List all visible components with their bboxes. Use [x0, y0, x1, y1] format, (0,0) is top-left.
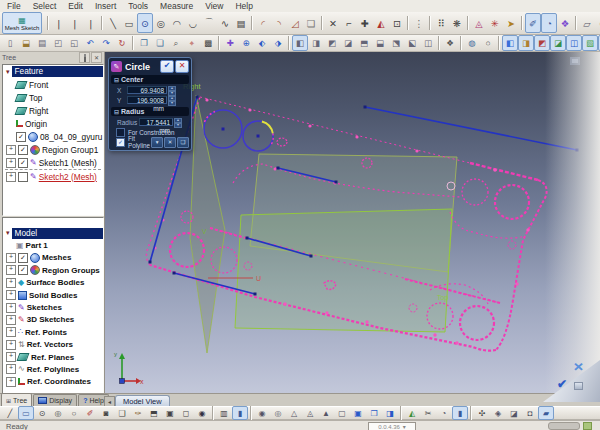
extend-tool-icon[interactable]: ⌐ [341, 13, 357, 33]
cube-mode-2-icon[interactable]: ❒ [366, 406, 382, 420]
fit-delete-button[interactable]: ✕ [164, 137, 176, 148]
collapse-icon[interactable]: ⊟ [114, 76, 119, 83]
split-view-3-icon[interactable]: ❘ [83, 13, 99, 33]
fit-preview-button[interactable]: ❏ [177, 137, 189, 148]
auto-sketch-tool-icon[interactable]: ◬ [471, 13, 487, 33]
expander-icon[interactable]: + [6, 340, 16, 350]
stamp-select-icon[interactable]: ✑ [130, 406, 146, 420]
new-file-icon[interactable]: ▯ [2, 35, 18, 51]
sphere-mode-icon[interactable]: ◉ [254, 406, 270, 420]
for-construction-checkbox[interactable] [116, 128, 125, 137]
strip-select-icon[interactable]: ▥ [216, 406, 232, 420]
tree-item-3d-sketches[interactable]: +✎3D Sketches [3, 314, 103, 326]
offset-tool-icon[interactable]: ❏ [303, 13, 319, 33]
arc-mode-icon[interactable]: ◔ [436, 406, 452, 420]
menu-help[interactable]: Help [233, 1, 254, 11]
brush-select-icon[interactable]: ✐ [82, 406, 98, 420]
visibility-checkbox[interactable]: ✓ [18, 158, 28, 168]
mirror-tool-icon[interactable]: ◭ [373, 13, 389, 33]
menu-edit[interactable]: Edit [66, 1, 85, 11]
expander-icon[interactable]: + [6, 303, 16, 313]
menu-insert[interactable]: Insert [93, 1, 118, 11]
region-display-toggle-icon[interactable]: ◨ [518, 35, 534, 51]
collapse-icon[interactable]: ⊟ [114, 108, 119, 115]
tree-item-ref-points[interactable]: +∴Ref. Points [3, 326, 103, 338]
point-display-toggle-icon[interactable]: ▧ [582, 35, 598, 51]
pin-icon[interactable] [79, 52, 90, 63]
expand-arrow-icon[interactable]: ▾ [6, 229, 10, 237]
slot-tool-icon[interactable]: ▤ [233, 13, 249, 33]
expander-icon[interactable]: + [6, 278, 16, 288]
split-view-2-icon[interactable]: ❘ [67, 13, 83, 33]
expander-icon[interactable]: + [6, 364, 16, 374]
mesh-sketch-button[interactable]: ▦ Mesh Sketch [2, 12, 42, 34]
tree-item-ref-planes[interactable]: +Ref. Planes [3, 351, 103, 363]
iso-view-icon[interactable]: ◧ [292, 35, 308, 51]
trim-tool-icon[interactable]: ✕ [325, 13, 341, 33]
spline-tool-icon[interactable]: ∿ [217, 13, 233, 33]
dimetric-view-icon[interactable]: ◫ [420, 35, 436, 51]
extend-selection-icon[interactable]: ▮ [232, 406, 248, 420]
cone-mode-icon[interactable]: △ [286, 406, 302, 420]
tab-tree[interactable]: ⊞Tree [1, 393, 32, 406]
mesh-mode-icon[interactable]: ◭ [404, 406, 420, 420]
circle-tool-icon[interactable]: ⊙ [137, 13, 153, 33]
save-file-icon[interactable]: ▤ [34, 35, 50, 51]
selection-filter-icon[interactable]: ▮ [452, 406, 468, 420]
fitted-circles[interactable] [204, 110, 273, 151]
surface-display-toggle-icon[interactable]: ◩ [534, 35, 550, 51]
lasso-select-icon[interactable]: ◎ [50, 406, 66, 420]
paint-select-icon[interactable]: ○ [66, 406, 82, 420]
visibility-checkbox[interactable]: ✓ [18, 145, 28, 155]
scissors-tool-icon[interactable]: ✂ [420, 406, 436, 420]
linear-pattern-tool-icon[interactable]: ⠿ [433, 13, 449, 33]
roller-select-icon[interactable]: ⬒ [146, 406, 162, 420]
refresh-icon[interactable]: ↻ [114, 35, 130, 51]
menu-view[interactable]: View [203, 1, 225, 11]
zoom-tool-icon[interactable]: ⌕ [168, 35, 184, 51]
visibility-checkbox[interactable]: ✓ [18, 265, 28, 275]
menu-measure[interactable]: Measure [158, 1, 195, 11]
ring-mode-icon[interactable]: ◎ [270, 406, 286, 420]
tree-item-sketch2-mesh-[interactable]: +✎Sketch2 (Mesh) [3, 170, 103, 183]
visibility-checkbox[interactable]: ✓ [16, 132, 26, 142]
open-file-icon[interactable]: ⬓ [18, 35, 34, 51]
bottom-view-icon[interactable]: ⬓ [372, 35, 388, 51]
top-view-icon[interactable]: ◩ [324, 35, 340, 51]
front-view-icon[interactable]: ◨ [308, 35, 324, 51]
eraser-select-icon[interactable]: ◙ [98, 406, 114, 420]
model-viewport[interactable]: U V Right Top x y ✎ Circle ✔ ✕ [105, 52, 600, 393]
x-spinner[interactable]: ▲▼ [168, 86, 176, 95]
expander-icon[interactable]: + [6, 352, 16, 362]
cancel-sketch-icon[interactable]: ✕ [573, 360, 584, 374]
tree-item-ref-vectors[interactable]: +⇅Ref. Vectors [3, 339, 103, 351]
split-view-1-icon[interactable]: ❘ [51, 13, 67, 33]
convert-entities-tool-icon[interactable]: ➤ [503, 13, 519, 33]
tangent-arc-tool-icon[interactable]: ⌒ [201, 13, 217, 33]
expander-icon[interactable]: + [6, 327, 16, 337]
drag-tool-icon[interactable]: ❖ [557, 13, 573, 33]
expander-icon[interactable]: + [6, 315, 16, 325]
plane-display-toggle-icon[interactable]: ◫ [566, 35, 582, 51]
invert-tool-icon[interactable]: ◘ [522, 406, 538, 420]
circle-convert-tool-icon[interactable]: ⊙ [595, 13, 600, 33]
menu-file[interactable]: File [5, 1, 23, 11]
radius-spinner[interactable]: ▲▼ [174, 118, 182, 127]
tree-item-origin[interactable]: Origin [3, 117, 103, 130]
expander-icon[interactable]: + [6, 265, 16, 275]
three-point-arc-tool-icon[interactable]: ◡ [185, 13, 201, 33]
cube-mode-3-icon[interactable]: ◨ [382, 406, 398, 420]
solid-display-toggle-icon[interactable]: ◪ [550, 35, 566, 51]
wireframe-mode-icon[interactable]: ○ [480, 35, 496, 51]
circular-pattern-tool-icon[interactable]: ❋ [449, 13, 465, 33]
tree-item-part-1[interactable]: ▣Part 1 [3, 239, 103, 251]
arc-tool-icon[interactable]: ◠ [169, 13, 185, 33]
tree-item-front[interactable]: Front [3, 78, 103, 91]
three-point-circle-tool-icon[interactable]: ◎ [153, 13, 169, 33]
mesh-display-toggle-icon[interactable]: ◧ [502, 35, 518, 51]
flood-select-icon[interactable]: ❑ [114, 406, 130, 420]
expand-arrow-icon[interactable]: ▾ [6, 68, 10, 76]
expander-icon[interactable]: + [6, 172, 16, 182]
pan-tool-icon[interactable]: ✚ [222, 35, 238, 51]
expander-icon[interactable]: + [6, 145, 16, 155]
